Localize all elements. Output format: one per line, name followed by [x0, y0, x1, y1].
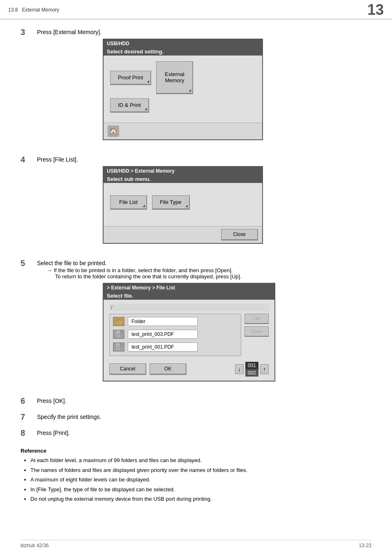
step-8-text: Press [Print]. — [37, 428, 371, 436]
sub-menu-dialog: USB/HDD > External Memory Select sub men… — [103, 166, 371, 244]
dialog-subtitle-3: Select file. — [104, 292, 274, 300]
id-print-button[interactable]: ID & Print ◢ — [110, 98, 149, 113]
step-5-text: Select the file to be printed. — [37, 259, 371, 266]
close-button[interactable]: Close — [221, 229, 258, 240]
reference-list: At each folder level, a maximum of 99 fo… — [21, 456, 371, 503]
header-bar: 13.8 External Memory 13 — [0, 0, 392, 19]
svg-marker-3 — [120, 330, 123, 333]
step-5-number: 5 — [21, 259, 37, 268]
svg-rect-1 — [115, 319, 118, 321]
footer-left: bizhub 42/36 — [21, 543, 49, 548]
step-7-number: 7 — [21, 412, 37, 422]
file-action-row: Cancel OK ↓ 001 002 ↑ — [109, 362, 269, 377]
pdf-icon-2 — [113, 342, 125, 352]
dialog-panel-2: USB/HDD > External Memory Select sub men… — [103, 166, 263, 244]
file-row-pdf1[interactable]: test_print_003.PDF — [111, 328, 239, 340]
dialog-panel-3: > External Memory > File List Select fil… — [103, 283, 275, 382]
scroll-down-btn[interactable]: ↓ — [235, 364, 244, 374]
file-type-button[interactable]: File Type ◢ — [152, 195, 190, 210]
file-row-pdf2[interactable]: test_print_001.PDF — [111, 341, 239, 353]
folder-name: Folder — [128, 317, 198, 326]
step-4-row: 4 Press [File List]. USB/HDD > External … — [21, 155, 371, 252]
step-4-number: 4 — [21, 155, 37, 164]
external-memory-button[interactable]: External Memory ◢ — [156, 61, 193, 94]
footer-right: 13-23 — [359, 543, 371, 548]
step-3-text: Press [External Memory]. — [37, 28, 371, 35]
dialog-subtitle-2: Select sub menu. — [104, 175, 262, 183]
svg-marker-8 — [120, 343, 123, 346]
step-8-row: 8 Press [Print]. — [21, 428, 371, 438]
step-5-row: 5 Select the file to be printed. → If th… — [21, 259, 371, 390]
step-7-row: 7 Specify the print settings. — [21, 412, 371, 422]
file-side-buttons: Up Open — [244, 314, 269, 359]
main-content: 3 Press [External Memory]. USB/HDD Selec… — [0, 19, 392, 517]
scroll-up-btn[interactable]: ↑ — [260, 364, 269, 374]
close-row: Close — [104, 226, 262, 243]
step-8-number: 8 — [21, 428, 37, 438]
file-list-button[interactable]: File List ◢ — [110, 195, 147, 210]
header-section: 13.8 External Memory — [8, 7, 59, 13]
dialog-footer-1: 🏠 — [104, 123, 262, 139]
dialog-subtitle-1: Select desired setting. — [104, 48, 262, 56]
dialog-title-1: USB/HDD — [104, 39, 262, 48]
step-3-row: 3 Press [External Memory]. USB/HDD Selec… — [21, 28, 371, 148]
up-button[interactable]: Up — [244, 314, 269, 324]
chapter-number: 13 — [367, 2, 384, 17]
page-total: 002 — [245, 369, 258, 377]
folder-icon — [113, 317, 125, 326]
file-list-area: Folder test_print_003.PDF — [109, 314, 241, 356]
step-7-text: Specify the print settings. — [37, 412, 371, 420]
dialog-title-3: > External Memory > File List — [104, 284, 274, 292]
step-3-number: 3 — [21, 28, 37, 37]
step-6-row: 6 Press [OK]. — [21, 396, 371, 406]
dialog-btns-row-2: ID & Print ◢ — [110, 98, 256, 113]
cancel-button[interactable]: Cancel — [109, 363, 146, 375]
file-path: / — [109, 304, 269, 311]
open-button[interactable]: Open — [244, 326, 269, 337]
dialog-panel-1: USB/HDD Select desired setting. Proof Pr… — [103, 39, 263, 140]
step-5-note: → If the file to be printed is in a fold… — [47, 267, 371, 280]
pdf-name-1: test_print_003.PDF — [128, 330, 198, 339]
page-footer: bizhub 42/36 13-23 — [21, 540, 371, 548]
reference-item-2: The names of folders and files are displ… — [30, 466, 371, 474]
step-6-number: 6 — [21, 396, 37, 406]
reference-item-1: At each folder level, a maximum of 99 fo… — [30, 456, 371, 465]
file-row-folder[interactable]: Folder — [111, 316, 239, 327]
step-4-text: Press [File List]. — [37, 155, 371, 163]
dialog-btns-row-1: Proof Print ◢ External Memory ◢ — [110, 61, 256, 94]
reference-item-5: Do not unplug the external memory device… — [30, 495, 371, 503]
dialog-btns-row-3: File List ◢ File Type ◢ — [110, 195, 256, 210]
reference-item-4: In [File Type], the type of file to be d… — [30, 486, 371, 494]
page-current: 001 — [245, 362, 258, 369]
proof-print-button[interactable]: Proof Print ◢ — [110, 71, 151, 85]
reference-item-3: A maximum of eight folder levels can be … — [30, 476, 371, 484]
usb-hdd-dialog: USB/HDD Select desired setting. Proof Pr… — [103, 39, 371, 140]
reference-title: Reference — [21, 448, 371, 454]
step-6-text: Press [OK]. — [37, 396, 371, 404]
ok-button[interactable]: OK — [150, 363, 187, 375]
dialog-body-1: Proof Print ◢ External Memory ◢ ID & Pri… — [104, 56, 262, 123]
home-icon[interactable]: 🏠 — [108, 125, 119, 137]
pdf-name-2: test_print_001.PDF — [128, 342, 198, 352]
dialog-title-2: USB/HDD > External Memory — [104, 167, 262, 175]
reference-section: Reference At each folder level, a maximu… — [21, 448, 371, 503]
pdf-icon-1 — [113, 330, 125, 339]
file-list-dialog: > External Memory > File List Select fil… — [103, 283, 371, 382]
dialog-body-3: / Folder — [104, 300, 274, 381]
dialog-body-2: File List ◢ File Type ◢ — [104, 183, 262, 226]
